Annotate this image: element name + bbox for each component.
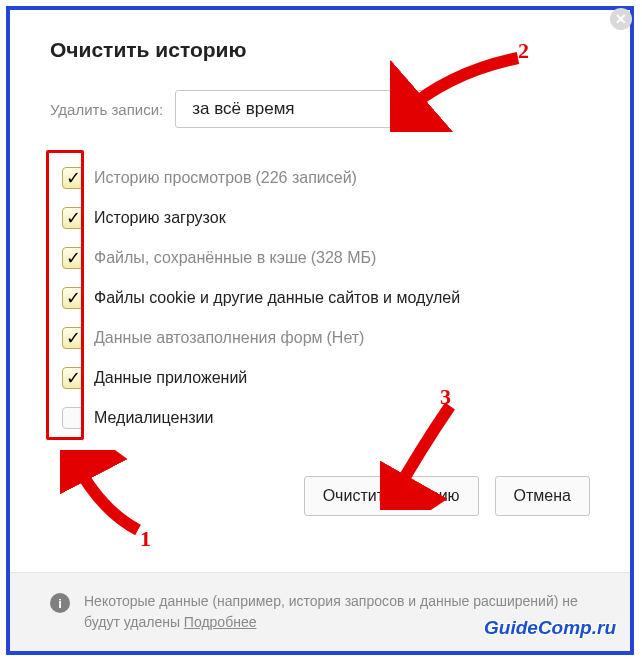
checkbox-row: ✓Историю загрузок (62, 198, 590, 238)
checkbox-label: Данные приложений (94, 369, 247, 387)
annotation-number-2: 2 (518, 38, 529, 64)
checkbox-row: ✓Данные приложений (62, 358, 590, 398)
checkbox-label: Историю просмотров (94, 169, 251, 187)
checkbox-hint: (226 записей) (255, 169, 356, 187)
time-range-select[interactable]: за всё время ▼ (175, 90, 425, 128)
checkbox[interactable]: ✓ (62, 367, 84, 389)
time-range-row: Удалить записи: за всё время ▼ (50, 90, 590, 128)
checkbox-label: Данные автозаполнения форм (94, 329, 323, 347)
learn-more-link[interactable]: Подробнее (184, 614, 257, 630)
checkbox-list: ✓Историю просмотров (226 записей)✓Истори… (50, 150, 590, 446)
clear-history-button[interactable]: Очистить историю (304, 476, 479, 516)
checkbox-label: Историю загрузок (94, 209, 226, 227)
checkbox[interactable]: ✓ (62, 207, 84, 229)
checkbox-label: Медиалицензии (94, 409, 213, 427)
dialog-footer: i Некоторые данные (например, история за… (10, 572, 630, 651)
checkbox[interactable]: ✓ (62, 247, 84, 269)
checkbox-hint: (328 МБ) (311, 249, 377, 267)
checkbox[interactable]: ✓ (62, 287, 84, 309)
checkbox[interactable]: ✓ (62, 327, 84, 349)
checkbox-label: Файлы cookie и другие данные сайтов и мо… (94, 289, 460, 307)
chevron-down-icon: ▼ (399, 102, 412, 117)
info-icon: i (50, 593, 70, 613)
annotation-number-3: 3 (440, 384, 451, 410)
cancel-button[interactable]: Отмена (495, 476, 590, 516)
checkbox-label: Файлы, сохранённые в кэше (94, 249, 307, 267)
time-range-label: Удалить записи: (50, 101, 163, 118)
checkbox-row: ✓Данные автозаполнения форм (Нет) (62, 318, 590, 358)
checkbox-row: ✓Историю просмотров (226 записей) (62, 158, 590, 198)
checkbox-row: ✓Файлы, сохранённые в кэше (328 МБ) (62, 238, 590, 278)
dialog-frame: ✕ Очистить историю Удалить записи: за вс… (6, 6, 634, 655)
time-range-value: за всё время (192, 99, 294, 119)
checkbox-row: ✓Файлы cookie и другие данные сайтов и м… (62, 278, 590, 318)
dialog-title: Очистить историю (50, 38, 590, 62)
watermark: GuideComp.ru (484, 617, 616, 639)
dialog-buttons: Очистить историю Отмена (10, 446, 630, 516)
close-icon[interactable]: ✕ (610, 8, 632, 30)
checkbox[interactable] (62, 407, 84, 429)
checkbox-row: Медиалицензии (62, 398, 590, 438)
checkbox-hint: (Нет) (327, 329, 365, 347)
checkbox[interactable]: ✓ (62, 167, 84, 189)
annotation-number-1: 1 (140, 526, 151, 552)
